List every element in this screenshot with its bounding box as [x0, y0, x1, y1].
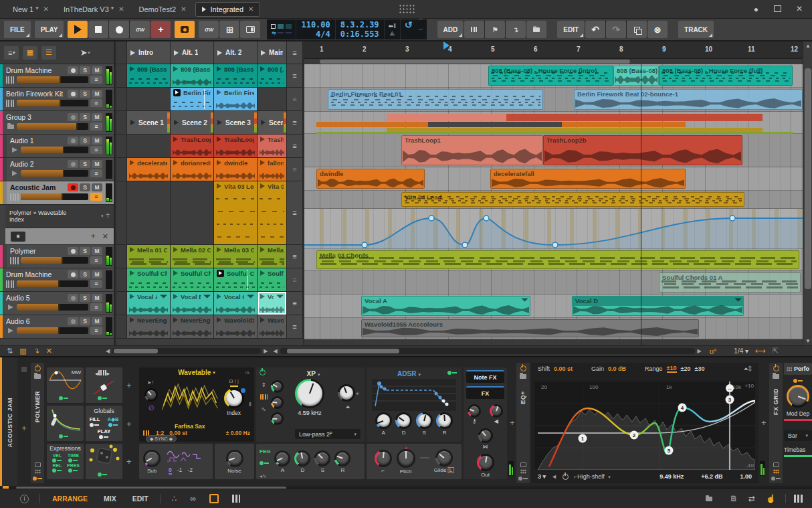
- track-lane[interactable]: Soulful Chords 01 A: [304, 271, 803, 294]
- mix-view-tab[interactable]: MIX: [104, 495, 116, 503]
- launcher-clip[interactable]: Wavo...: [258, 315, 287, 339]
- feg-modsource-icon[interactable]: [260, 460, 270, 465]
- eq-band-4-handle[interactable]: 4: [678, 404, 687, 412]
- browser-panel-icon[interactable]: [706, 497, 712, 501]
- track-menu-button[interactable]: TRACK: [678, 21, 714, 38]
- project-tab[interactable]: Integrated✕: [195, 2, 261, 17]
- fill-mode-button[interactable]: [240, 21, 260, 38]
- launcher-clip[interactable]: Trash...: [258, 135, 287, 158]
- eq-grid-icon[interactable]: [520, 469, 526, 474]
- mute-button[interactable]: M: [92, 66, 102, 74]
- scene-launch-cell[interactable]: Scen...: [258, 111, 287, 135]
- noise-level-knob[interactable]: [226, 450, 243, 467]
- fxgrid-remote-icon[interactable]: [773, 462, 779, 467]
- clear-solo-mute-icon[interactable]: ✕: [46, 347, 52, 355]
- track-stop-button[interactable]: [116, 181, 127, 245]
- add-group-track-icon[interactable]: [526, 21, 546, 38]
- record-arm-button[interactable]: [68, 270, 78, 278]
- note-fx-slot[interactable]: Note FX: [466, 370, 504, 383]
- eq-gain-value[interactable]: 0.0 dB: [608, 365, 626, 372]
- launcher-clip[interactable]: 808 (...: [258, 64, 287, 88]
- eq-solo-icon[interactable]: ⏶⇕: [744, 365, 752, 373]
- filter-cutoff-value[interactable]: 4.59 kHz: [298, 410, 322, 416]
- fxgrid-device-strip[interactable]: FX GRID: [769, 363, 783, 483]
- osc-display-icon[interactable]: ılı.: [245, 369, 251, 375]
- mod-globals-cell[interactable]: Globals FILL A◆B PLAY: [86, 406, 122, 441]
- arranger-zoom-strip[interactable]: [304, 59, 803, 64]
- env-sustain-knob[interactable]: [416, 412, 433, 429]
- add-modulator-button[interactable]: +: [126, 419, 132, 429]
- polymer-power-icon[interactable]: [35, 365, 41, 371]
- loop-fade-icons[interactable]: ↺⌒⌒: [401, 19, 427, 39]
- polymer-device-name[interactable]: POLYMER: [34, 391, 41, 422]
- scroll-up-icon[interactable]: ▲: [805, 43, 811, 49]
- remove-lane-button[interactable]: ✕: [102, 232, 108, 241]
- solo-button[interactable]: S: [80, 113, 90, 121]
- volume-fader[interactable]: [17, 100, 88, 106]
- scene-header[interactable]: Intro: [127, 41, 171, 64]
- volume-fader[interactable]: [17, 280, 88, 287]
- beat-ruler[interactable]: 123456789101112: [304, 41, 803, 59]
- record-arm-button[interactable]: [68, 137, 78, 145]
- scene-header[interactable]: Main: [258, 41, 287, 64]
- track-options-button[interactable]: ≡: [90, 99, 102, 107]
- eq-device-strip[interactable]: EQ+: [516, 363, 530, 483]
- track-options-button[interactable]: ≡: [90, 303, 102, 311]
- env-release-knob[interactable]: [436, 412, 453, 429]
- volume-fader[interactable]: [17, 76, 88, 83]
- scroll-down-icon[interactable]: ▼: [805, 338, 811, 344]
- launcher-clip[interactable]: 808 (Bass-...: [214, 64, 258, 88]
- link-icon[interactable]: ∞: [190, 494, 196, 503]
- solo-button[interactable]: S: [80, 90, 90, 98]
- scene-row-options[interactable]: ≡: [287, 64, 303, 88]
- show-clips-icon[interactable]: ▥: [19, 347, 26, 355]
- eq-band-count-dropdown[interactable]: 3 ▾: [538, 473, 546, 480]
- info-icon[interactable]: i: [20, 495, 29, 503]
- track-header[interactable]: Audio 5SM≡: [0, 292, 114, 315]
- duplicate-button[interactable]: [627, 21, 647, 38]
- pin-icon[interactable]: ⍑: [106, 213, 110, 220]
- track-header[interactable]: Audio 6SM≡: [0, 315, 114, 339]
- scene-launch-cell[interactable]: Scene 1: [127, 111, 171, 135]
- track-options-button[interactable]: ≡: [90, 193, 102, 201]
- env-decay-knob[interactable]: [395, 412, 412, 429]
- track-header[interactable]: Drum MachineSM≡: [0, 268, 114, 292]
- fxgrid-preset-icon[interactable]: [773, 374, 779, 379]
- mute-button[interactable]: M: [92, 247, 102, 255]
- wavetable-preset-name[interactable]: Farfisa Sax: [161, 423, 219, 430]
- track-options-button[interactable]: ≡: [90, 280, 102, 288]
- track-stop-button[interactable]: [116, 135, 127, 158]
- track-list-menu-icon[interactable]: ≡▾: [4, 46, 19, 60]
- restore-window-icon[interactable]: [774, 5, 781, 12]
- launcher-clip[interactable]: Wavoloid1...: [214, 315, 258, 339]
- scene-row-options[interactable]: ≡: [287, 181, 303, 245]
- filter-slope-icon[interactable]: ⏶: [345, 404, 350, 411]
- arranger-clip[interactable]: dwindle: [316, 169, 425, 189]
- delete-button[interactable]: ⊗: [647, 21, 668, 38]
- mod-keytrack-cell[interactable]: ◂▸: [86, 367, 122, 403]
- fxgrid-macro-header[interactable]: Perfo: [784, 363, 812, 375]
- track-stop-button[interactable]: [116, 292, 127, 315]
- add-modulator-button[interactable]: +: [126, 456, 132, 467]
- grid-view-icon[interactable]: ▦: [23, 46, 37, 60]
- polymer-remote-icon[interactable]: [35, 462, 41, 467]
- eq-band-1-handle[interactable]: 1: [579, 434, 587, 443]
- overdub-button[interactable]: σw: [130, 21, 150, 38]
- arranger-clip[interactable]: deceleratefall: [490, 169, 686, 189]
- voice-knob[interactable]: [490, 404, 503, 418]
- filter-power-icon[interactable]: [260, 369, 266, 375]
- track-header[interactable]: Group 3SM≡: [0, 111, 114, 135]
- track-header[interactable]: PolymerSM≡: [0, 245, 114, 268]
- launcher-clip[interactable]: Vita 03 Lead: [214, 181, 258, 245]
- track-stop-button[interactable]: [116, 111, 127, 135]
- timebase-dropdown[interactable]: Bar▾: [784, 430, 812, 441]
- macro-knob[interactable]: [787, 385, 809, 408]
- file-menu-button[interactable]: FILE: [4, 21, 31, 38]
- launcher-clip[interactable]: NeverEngin...: [127, 315, 171, 339]
- record-arm-button[interactable]: [68, 113, 78, 121]
- project-tab[interactable]: DemoTest2✕: [133, 2, 193, 17]
- add-lane-button[interactable]: +: [91, 232, 96, 241]
- record-arm-button[interactable]: [68, 183, 78, 191]
- play-menu-button[interactable]: PLAY: [35, 21, 64, 38]
- session-indicator-icon[interactable]: ●: [754, 5, 758, 14]
